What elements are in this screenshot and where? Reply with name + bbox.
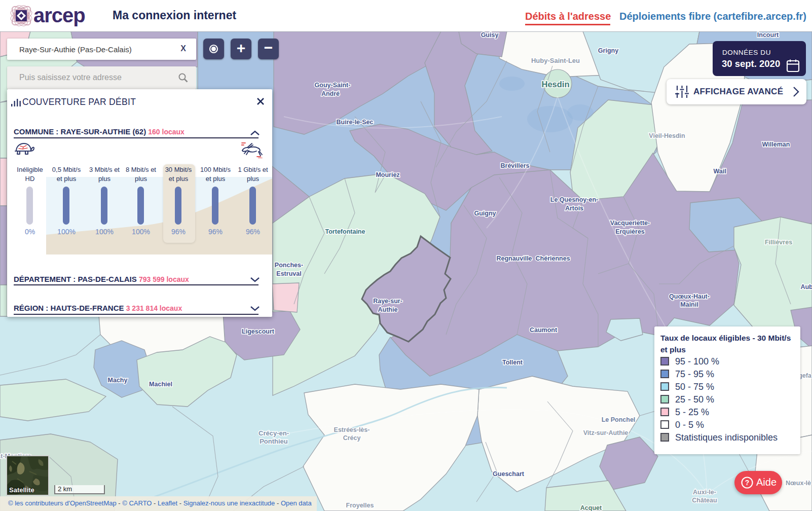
svg-text:Estrées-lès-: Estrées-lès-	[334, 426, 370, 433]
svg-text:Erquières: Erquières	[615, 228, 645, 235]
svg-text:Estruval: Estruval	[276, 270, 301, 277]
svg-text:Nœux-lè: Nœux-lè	[786, 480, 811, 487]
svg-text:Regnauville Chériennes: Regnauville Chériennes	[496, 255, 570, 262]
svg-text:Ponches-: Ponches-	[275, 262, 303, 269]
svg-text:Mouriez: Mouriez	[376, 171, 399, 178]
svg-text:Château: Château	[692, 497, 717, 504]
svg-text:Grigny: Grigny	[598, 47, 618, 54]
svg-text:Fillièvres: Fillièvres	[765, 239, 792, 246]
svg-text:Quœux-Haut-: Quœux-Haut-	[669, 293, 710, 300]
svg-text:Caumont: Caumont	[530, 326, 558, 334]
svg-text:Incourt: Incourt	[757, 31, 779, 39]
svg-text:Auxi-le-: Auxi-le-	[693, 489, 716, 496]
svg-text:Gueschart: Gueschart	[493, 470, 525, 478]
svg-text:Tollent: Tollent	[502, 359, 523, 366]
svg-text:Buire-le-Sec: Buire-le-Sec	[337, 119, 374, 126]
svg-text:Authie: Authie	[378, 306, 398, 313]
svg-text:Machiel: Machiel	[149, 381, 172, 388]
svg-text:Artois: Artois	[565, 205, 583, 212]
svg-text:?: ?	[745, 479, 750, 487]
svg-text:Crécy-en-: Crécy-en-	[259, 429, 289, 437]
svg-text:Guisy: Guisy	[481, 31, 499, 39]
svg-text:Gouy-Saint-: Gouy-Saint-	[315, 82, 351, 89]
svg-text:Aubr: Aubr	[800, 283, 812, 290]
svg-text:Hesdin: Hesdin	[541, 80, 569, 89]
svg-text:Wail: Wail	[713, 168, 726, 175]
svg-text:Vacqueriette-: Vacqueriette-	[610, 220, 650, 227]
svg-text:Ponthieu: Ponthieu	[260, 437, 288, 445]
svg-text:Ligescourt: Ligescourt	[242, 328, 275, 335]
svg-text:Le Quesnoy-en-: Le Quesnoy-en-	[550, 196, 598, 203]
svg-text:Acquet: Acquet	[580, 504, 602, 511]
svg-text:Huby-Saint-Leu: Huby-Saint-Leu	[531, 57, 580, 64]
svg-text:Vieil-Hesdin: Vieil-Hesdin	[649, 132, 685, 139]
svg-text:Willeman: Willeman	[762, 141, 790, 148]
svg-text:Raye-sur-: Raye-sur-	[373, 298, 402, 305]
svg-text:André: André	[321, 90, 340, 97]
svg-text:Le Ponchel: Le Ponchel	[602, 416, 636, 423]
svg-text:Brévillers: Brévillers	[501, 162, 530, 169]
svg-text:gefa: gefa	[798, 372, 812, 379]
svg-text:Vitz-sur-Authie: Vitz-sur-Authie	[583, 429, 629, 436]
svg-text:Maînil: Maînil	[680, 301, 698, 308]
svg-text:Guigny: Guigny	[474, 210, 496, 217]
svg-text:Crécy: Crécy	[343, 434, 361, 442]
svg-text:Froyelles: Froyelles	[346, 502, 374, 509]
svg-text:Tortefontaine: Tortefontaine	[325, 228, 365, 235]
svg-text:Machy: Machy	[108, 377, 128, 384]
